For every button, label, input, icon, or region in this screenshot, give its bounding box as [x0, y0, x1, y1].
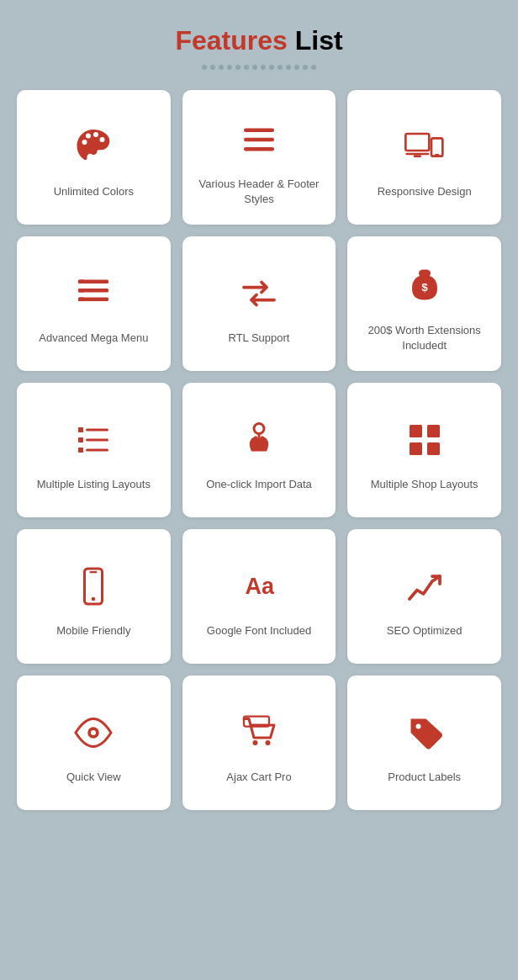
- card-one-click: One-click Import Data: [182, 383, 336, 517]
- svg-rect-0: [244, 128, 274, 132]
- dots-divider: [202, 65, 316, 70]
- svg-text:$: $: [421, 281, 428, 294]
- svg-text:Aa: Aa: [245, 574, 274, 599]
- dot: [244, 65, 249, 70]
- svg-rect-22: [410, 425, 422, 437]
- dot: [227, 65, 232, 70]
- card-mobile: Mobile Friendly: [17, 529, 171, 664]
- card-label-seo: SEO Optimized: [387, 623, 462, 638]
- card-label-one-click: One-click Import Data: [206, 477, 312, 492]
- svg-rect-17: [78, 437, 83, 442]
- svg-rect-11: [78, 279, 85, 283]
- card-label-rtl: RTL Support: [228, 331, 289, 346]
- svg-point-28: [92, 597, 96, 601]
- card-seo: SEO Optimized: [347, 529, 501, 664]
- card-product-labels: Product Labels: [347, 675, 501, 810]
- hamburger-icon: [235, 116, 283, 163]
- card-unlimited-colors: Unlimited Colors: [17, 90, 171, 225]
- card-label-mega-menu: Advanced Mega Menu: [39, 331, 148, 346]
- card-google-font: Aa Google Font Included: [182, 529, 336, 664]
- card-label-extensions: 200$ Worth Extensions Includedt: [360, 323, 489, 353]
- dot: [294, 65, 299, 70]
- svg-point-31: [91, 730, 96, 735]
- svg-rect-1: [244, 138, 274, 142]
- font-icon: Aa: [235, 563, 283, 610]
- card-mega-menu: Advanced Mega Menu: [17, 236, 171, 371]
- card-extensions: $ 200$ Worth Extensions Includedt: [347, 236, 501, 371]
- mobile-icon: [70, 563, 117, 610]
- svg-rect-16: [86, 428, 108, 431]
- cart-icon: [235, 709, 283, 756]
- svg-rect-7: [435, 154, 439, 156]
- arrows-lr-icon: [235, 270, 283, 317]
- chart-up-icon: [401, 563, 448, 610]
- card-label-listing-layouts: Multiple Listing Layouts: [37, 477, 151, 492]
- dot: [311, 65, 316, 70]
- card-header-footer: Various Header & Footer Styles: [182, 90, 336, 225]
- card-label-google-font: Google Font Included: [207, 623, 311, 638]
- touch-icon: [235, 416, 283, 464]
- tag-icon: [401, 709, 448, 756]
- eye-icon: [70, 709, 117, 756]
- dot: [210, 65, 215, 70]
- features-grid: Unlimited Colors Various Header & Footer…: [17, 90, 501, 810]
- svg-rect-19: [78, 448, 83, 453]
- card-label-unlimited-colors: Unlimited Colors: [54, 184, 134, 199]
- dot: [252, 65, 257, 70]
- dot: [303, 65, 308, 70]
- svg-point-35: [415, 723, 420, 728]
- grid-layout-icon: [401, 416, 448, 464]
- dot: [202, 65, 207, 70]
- card-label-quick-view: Quick View: [66, 770, 121, 785]
- card-responsive: Responsive Design: [347, 90, 501, 225]
- svg-rect-23: [427, 425, 440, 437]
- list-layout-icon: [70, 416, 117, 464]
- card-quick-view: Quick View: [17, 675, 171, 810]
- svg-rect-15: [78, 427, 83, 432]
- svg-point-33: [265, 740, 270, 745]
- svg-rect-20: [86, 448, 108, 451]
- card-ajax-cart: Ajax Cart Pro: [182, 675, 336, 810]
- svg-rect-13: [78, 297, 85, 301]
- card-label-product-labels: Product Labels: [388, 770, 461, 785]
- card-label-ajax-cart: Ajax Cart Pro: [226, 770, 291, 785]
- card-shop-layouts: Multiple Shop Layouts: [347, 383, 501, 517]
- dot: [219, 65, 224, 70]
- svg-rect-3: [405, 134, 429, 151]
- svg-rect-18: [86, 438, 108, 441]
- svg-rect-6: [431, 138, 442, 156]
- money-bag-icon: $: [401, 262, 448, 310]
- dot: [278, 65, 283, 70]
- menu-lines-icon: [70, 270, 117, 317]
- dot: [269, 65, 274, 70]
- card-label-header-footer: Various Header & Footer Styles: [195, 177, 324, 207]
- card-label-responsive: Responsive Design: [378, 184, 472, 199]
- responsive-icon: [401, 124, 448, 171]
- dot: [286, 65, 291, 70]
- card-rtl: RTL Support: [182, 236, 336, 371]
- svg-rect-4: [405, 153, 429, 156]
- palette-icon: [70, 124, 117, 171]
- dot: [235, 65, 240, 70]
- page-title: Features List: [175, 25, 342, 56]
- dot: [261, 65, 266, 70]
- svg-rect-24: [410, 442, 422, 455]
- svg-rect-5: [413, 155, 420, 157]
- svg-point-32: [252, 740, 257, 745]
- title-features: Features: [175, 25, 287, 56]
- title-rest: List: [288, 25, 343, 56]
- svg-rect-12: [78, 289, 85, 293]
- svg-point-21: [254, 423, 264, 433]
- card-listing-layouts: Multiple Listing Layouts: [17, 383, 171, 517]
- card-label-shop-layouts: Multiple Shop Layouts: [371, 477, 478, 492]
- card-label-mobile: Mobile Friendly: [56, 623, 130, 638]
- svg-rect-27: [90, 571, 98, 573]
- svg-rect-2: [244, 147, 274, 151]
- svg-rect-25: [427, 442, 440, 455]
